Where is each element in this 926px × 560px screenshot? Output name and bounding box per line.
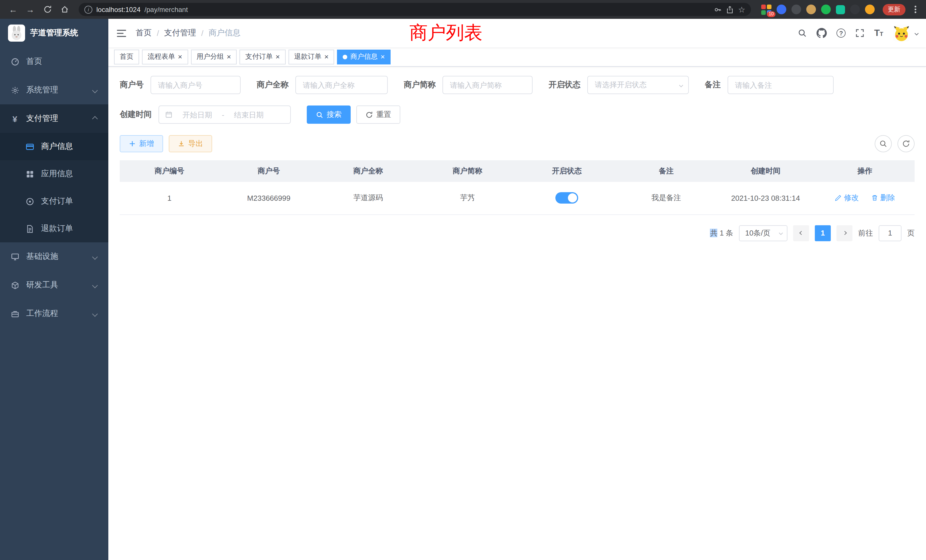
- calendar-icon: [165, 110, 173, 119]
- tab-pay-order[interactable]: 支付订单: [239, 49, 285, 64]
- help-icon[interactable]: ?: [837, 29, 846, 38]
- bookmark-star-icon[interactable]: [738, 5, 745, 14]
- tab-merchant-info[interactable]: 商户信息: [337, 49, 390, 64]
- briefcase-icon: [10, 309, 20, 318]
- short-name-input[interactable]: [442, 76, 533, 94]
- merchant-table: 商户编号 商户号 商户全称 商户简称 开启状态 备注 创建时间 操作 1: [120, 160, 915, 215]
- sidebar-item-label: 退款订单: [41, 224, 98, 234]
- browser-update-button[interactable]: 更新: [883, 4, 905, 15]
- next-page-button[interactable]: [837, 225, 852, 241]
- sidebar-item-payment[interactable]: 支付管理: [0, 104, 108, 133]
- full-name-input[interactable]: [295, 76, 388, 94]
- profile-avatar-icon[interactable]: [865, 5, 875, 14]
- hamburger-icon[interactable]: [108, 29, 136, 37]
- tab-process-form[interactable]: 流程表单: [142, 49, 188, 64]
- chevron-left-icon: [799, 231, 803, 235]
- close-icon[interactable]: [381, 53, 385, 61]
- close-icon[interactable]: [178, 53, 182, 61]
- browser-menu-icon[interactable]: [910, 4, 920, 15]
- cell-remark: 我是备注: [617, 182, 716, 215]
- sidebar-item-pay-order[interactable]: 支付订单: [0, 188, 108, 215]
- search-icon[interactable]: [798, 29, 807, 38]
- search-button-label: 搜索: [327, 109, 342, 120]
- sidebar-item-home[interactable]: 首页: [0, 47, 108, 76]
- extension-icon[interactable]: [836, 5, 845, 14]
- sidebar-item-refund-order[interactable]: 退款订单: [0, 215, 108, 242]
- sidebar-item-app-info[interactable]: 应用信息: [0, 160, 108, 188]
- close-icon[interactable]: [324, 53, 329, 61]
- column-header: 操作: [816, 160, 915, 182]
- extension-icon[interactable]: [850, 5, 860, 14]
- start-date-input[interactable]: [176, 110, 218, 119]
- search-button[interactable]: 搜索: [307, 106, 351, 124]
- fullscreen-icon[interactable]: [855, 29, 864, 38]
- page-size-select[interactable]: 10条/页: [739, 225, 787, 241]
- extension-icon[interactable]: [791, 5, 801, 14]
- hide-search-icon[interactable]: [875, 135, 892, 152]
- user-avatar[interactable]: [893, 24, 910, 42]
- site-info-icon[interactable]: i: [85, 5, 92, 14]
- remark-input[interactable]: [728, 76, 834, 94]
- page-unit-label: 页: [907, 228, 915, 238]
- breadcrumb-payment[interactable]: 支付管理: [164, 28, 196, 38]
- sidebar-item-infrastructure[interactable]: 基础设施: [0, 242, 108, 271]
- github-icon[interactable]: [817, 28, 827, 38]
- sidebar-group-payment: 支付管理 商户信息 应用信息 支付订单: [0, 104, 108, 242]
- app-title: 芋道管理系统: [30, 28, 78, 38]
- edit-link[interactable]: 修改: [835, 193, 859, 203]
- chevron-down-icon[interactable]: [915, 31, 918, 35]
- add-button[interactable]: 新增: [120, 135, 163, 152]
- extension-icon[interactable]: [776, 5, 786, 14]
- yen-icon: [10, 114, 20, 123]
- cell-status: [517, 182, 617, 215]
- tab-user-group[interactable]: 用户分组: [191, 49, 237, 64]
- sidebar-item-workflow[interactable]: 工作流程: [0, 300, 108, 328]
- prev-page-button[interactable]: [793, 225, 809, 241]
- sidebar-item-label: 首页: [26, 56, 98, 67]
- browser-back-icon[interactable]: [6, 2, 21, 17]
- sidebar-item-devtools[interactable]: 研发工具: [0, 271, 108, 300]
- goto-page-input[interactable]: [879, 225, 902, 241]
- share-icon[interactable]: [726, 5, 734, 14]
- date-separator: -: [222, 110, 224, 119]
- sidebar-item-system[interactable]: 系统管理: [0, 76, 108, 104]
- breadcrumb-separator: /: [157, 29, 159, 38]
- tab-refund-order[interactable]: 退款订单: [289, 49, 334, 64]
- password-key-icon[interactable]: [714, 5, 722, 14]
- status-toggle[interactable]: [555, 192, 578, 204]
- end-date-input[interactable]: [228, 110, 270, 119]
- refresh-icon[interactable]: [897, 135, 915, 152]
- merchant-no-input[interactable]: [151, 76, 241, 94]
- reset-button-label: 重置: [376, 109, 391, 120]
- sidebar-item-merchant-info[interactable]: 商户信息: [0, 133, 108, 160]
- reset-button[interactable]: 重置: [356, 106, 400, 124]
- filter-row-1: 商户号 商户全称 商户简称 开启状态 请选择开启状态: [120, 76, 915, 94]
- extension-icon[interactable]: 10: [761, 4, 772, 15]
- sidebar-item-label: 基础设施: [26, 251, 98, 262]
- column-header: 创建时间: [716, 160, 816, 182]
- sidebar-menu: 首页 系统管理 支付管理 商户信息: [0, 47, 108, 328]
- tab-home[interactable]: 首页: [114, 49, 139, 64]
- url-host: localhost:1024: [96, 5, 141, 14]
- browser-home-icon[interactable]: [57, 2, 72, 17]
- cell-id: 1: [120, 182, 219, 215]
- sidebar-item-label: 研发工具: [26, 280, 98, 290]
- export-button[interactable]: 导出: [169, 135, 212, 152]
- app-logo[interactable]: 芋道管理系统: [0, 19, 108, 47]
- active-dot-icon: [343, 54, 348, 59]
- close-icon[interactable]: [275, 53, 280, 61]
- browser-reload-icon[interactable]: [40, 2, 55, 17]
- monitor-icon: [10, 252, 20, 261]
- date-range-picker[interactable]: -: [159, 106, 291, 124]
- address-bar[interactable]: i localhost:1024 /pay/merchant: [79, 3, 751, 16]
- browser-forward-icon[interactable]: [23, 2, 38, 17]
- breadcrumb-home[interactable]: 首页: [136, 28, 152, 38]
- page-number-button[interactable]: 1: [815, 225, 831, 241]
- status-select[interactable]: 请选择开启状态: [587, 76, 689, 94]
- close-icon[interactable]: [227, 53, 231, 61]
- delete-link[interactable]: 删除: [871, 193, 895, 203]
- document-icon: [25, 224, 34, 233]
- font-size-icon[interactable]: [874, 28, 883, 38]
- extension-icon[interactable]: [821, 5, 831, 14]
- extension-icon[interactable]: [806, 5, 816, 14]
